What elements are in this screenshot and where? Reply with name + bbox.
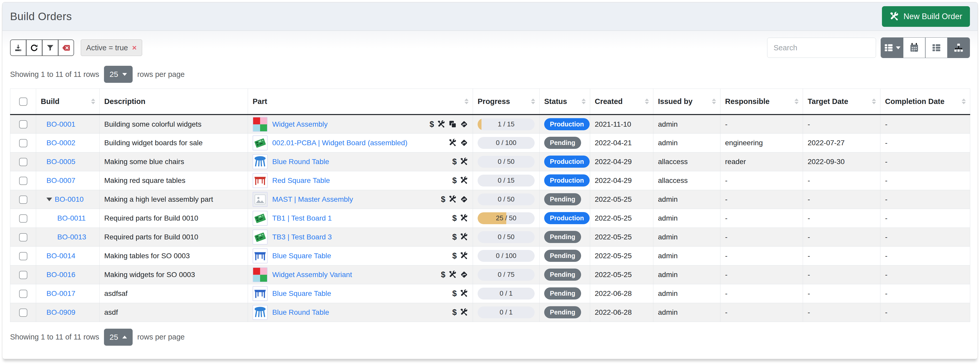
part-cell: Blue Square Table$ <box>248 246 473 265</box>
tools-icon <box>449 195 457 203</box>
row-checkbox[interactable] <box>19 215 27 223</box>
row-select-cell <box>10 114 36 134</box>
column-label: Created <box>595 97 623 105</box>
row-checkbox[interactable] <box>19 308 27 317</box>
progress-bar: 0 / 100 <box>477 137 535 149</box>
build-link[interactable]: BO-0010 <box>55 195 84 203</box>
page-size-dropdown[interactable]: 25 <box>104 329 133 346</box>
column-select-button[interactable] <box>881 38 903 58</box>
row-checkbox[interactable] <box>19 290 27 298</box>
created-cell: 2021-11-10 <box>590 114 653 134</box>
caret-down-icon <box>122 73 127 76</box>
target-date-cell: 2022-07-27 <box>803 134 880 152</box>
row-checkbox[interactable] <box>19 252 27 260</box>
sitemap-icon <box>954 43 964 52</box>
table-row: BO-0011Required parts for Build 0010TB1 … <box>10 209 970 227</box>
row-checkbox[interactable] <box>19 196 27 204</box>
build-cell: BO-0016 <box>36 265 100 284</box>
page-size-dropdown[interactable]: 25 <box>104 66 133 83</box>
description-cell: Building widget boards for sale <box>100 134 248 152</box>
select-all-header[interactable] <box>10 89 36 115</box>
sort-carets-icon <box>645 99 649 104</box>
build-link[interactable]: BO-0017 <box>46 289 75 298</box>
build-link[interactable]: BO-0013 <box>57 233 86 241</box>
row-select-cell <box>10 265 36 284</box>
row-select-cell <box>10 303 36 322</box>
column-label: Build <box>41 97 60 105</box>
responsible-cell: - <box>721 265 803 284</box>
progress-bar: 1 / 15 <box>477 118 535 130</box>
filter-chip: Active = true × <box>81 40 142 56</box>
remove-filter-icon[interactable]: × <box>132 43 137 52</box>
directions-icon <box>460 195 468 203</box>
column-header-issued_by[interactable]: Issued by <box>653 89 721 115</box>
column-header-status[interactable]: Status <box>539 89 590 115</box>
part-attribute-icons: $ <box>452 289 468 297</box>
part-link[interactable]: TB1 | Test Board 1 <box>272 214 448 223</box>
column-header-build[interactable]: Build <box>36 89 100 115</box>
build-link[interactable]: BO-0002 <box>46 139 75 147</box>
part-link[interactable]: MAST | Master Assembly <box>272 195 436 203</box>
status-badge: Pending <box>544 231 581 243</box>
progress-bar: 0 / 75 <box>477 269 535 281</box>
row-checkbox[interactable] <box>19 120 27 129</box>
row-checkbox[interactable] <box>19 233 27 242</box>
table-row: BO-0007Making red square tablesRed Squar… <box>10 171 970 190</box>
column-header-responsible[interactable]: Responsible <box>721 89 803 115</box>
part-link[interactable]: 002.01-PCBA | Widget Board (assembled) <box>272 139 444 147</box>
build-link[interactable]: BO-0007 <box>46 176 75 185</box>
row-checkbox[interactable] <box>19 271 27 279</box>
part-link[interactable]: Blue Round Table <box>272 308 448 316</box>
row-checkbox[interactable] <box>19 139 27 147</box>
row-checkbox[interactable] <box>19 177 27 185</box>
search-input[interactable] <box>767 38 876 58</box>
column-header-created[interactable]: Created <box>590 89 653 115</box>
list-view-button[interactable] <box>925 38 948 58</box>
completion-date-cell: - <box>880 284 970 303</box>
export-button[interactable] <box>10 40 26 56</box>
build-link[interactable]: BO-0909 <box>46 308 75 316</box>
part-link[interactable]: Red Square Table <box>272 176 448 185</box>
column-header-progress[interactable]: Progress <box>473 89 539 115</box>
build-link[interactable]: BO-0001 <box>46 120 75 129</box>
new-build-order-button[interactable]: New Build Order <box>882 6 970 27</box>
table-row: BO-0016Making widgets for SO 0003Widget … <box>10 265 970 284</box>
build-link[interactable]: BO-0011 <box>57 214 86 223</box>
clear-filters-button[interactable] <box>58 40 74 56</box>
column-header-completion_date[interactable]: Completion Date <box>880 89 970 115</box>
table-row: BO-0909asdfBlue Round Table$0 / 1Pending… <box>10 303 970 322</box>
part-link[interactable]: TB3 | Test Board 3 <box>272 233 448 241</box>
dollar-icon: $ <box>452 214 457 222</box>
pcb-thumb <box>253 230 267 245</box>
sort-carets-icon <box>794 99 799 104</box>
target-date-cell: 2022-09-30 <box>803 152 880 171</box>
select-all-checkbox[interactable] <box>19 97 27 106</box>
part-link[interactable]: Blue Round Table <box>272 157 448 166</box>
part-link[interactable]: Blue Square Table <box>272 252 448 260</box>
column-header-part[interactable]: Part <box>248 89 473 115</box>
progress-cell: 1 / 15 <box>473 114 539 134</box>
build-link[interactable]: BO-0016 <box>46 270 75 279</box>
dollar-icon: $ <box>430 120 434 128</box>
part-link[interactable]: Widget Assembly <box>272 120 425 129</box>
created-cell: 2022-04-29 <box>590 171 653 190</box>
part-cell: TB1 | Test Board 1$ <box>248 209 473 227</box>
column-header-target_date[interactable]: Target Date <box>803 89 880 115</box>
build-link[interactable]: BO-0005 <box>46 157 75 166</box>
created-cell: 2022-05-25 <box>590 190 653 209</box>
part-link[interactable]: Widget Assembly Variant <box>272 270 436 279</box>
collapse-caret-icon[interactable] <box>46 198 52 201</box>
calendar-view-button[interactable] <box>903 38 925 58</box>
column-label: Description <box>104 97 146 105</box>
filter-button[interactable] <box>42 40 58 56</box>
part-link[interactable]: Blue Square Table <box>272 289 448 298</box>
row-checkbox[interactable] <box>19 158 27 166</box>
issued-by-cell: admin <box>653 265 721 284</box>
refresh-button[interactable] <box>26 40 42 56</box>
tree-view-button[interactable] <box>948 38 970 58</box>
status-cell: Pending <box>539 303 590 322</box>
tools-icon <box>449 139 457 147</box>
pcb-thumb <box>253 211 267 226</box>
tools-icon <box>460 214 468 222</box>
build-link[interactable]: BO-0014 <box>46 252 75 260</box>
